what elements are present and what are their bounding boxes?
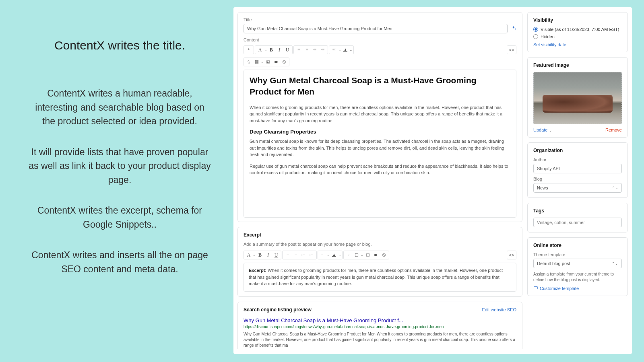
- author-input[interactable]: [533, 164, 622, 173]
- author-label: Author: [533, 157, 622, 162]
- visibility-title: Visibility: [533, 17, 622, 23]
- tags-input[interactable]: [533, 218, 622, 227]
- featured-image-preview[interactable]: [533, 72, 622, 124]
- tags-card: Tags: [527, 203, 628, 232]
- title-input[interactable]: [244, 24, 508, 33]
- excerpt-toolbar: A⌄ B I U ⌄ ⌄ ⌄: [244, 251, 516, 259]
- set-visibility-date-link[interactable]: Set visibility date: [533, 42, 622, 47]
- marketing-heading: ContentX writes the title.: [28, 36, 211, 54]
- ai-sparkle-icon[interactable]: [245, 46, 253, 54]
- clear-format-button[interactable]: [280, 58, 288, 66]
- code-view-button[interactable]: <>: [507, 45, 516, 54]
- font-family-button[interactable]: A: [245, 251, 253, 259]
- numbered-list-button[interactable]: 1: [303, 46, 311, 54]
- image-button[interactable]: [264, 58, 272, 66]
- content-paragraph: Gun metal charcoal soap is known for its…: [250, 138, 510, 158]
- content-subheading: Deep Cleansing Properties: [250, 129, 510, 135]
- marketing-copy-pane: ContentX writes the title. ContentX writ…: [0, 0, 233, 362]
- bullet-list-button[interactable]: [295, 46, 303, 54]
- svg-point-4: [267, 62, 268, 62]
- edit-seo-link[interactable]: Edit website SEO: [482, 307, 516, 312]
- numbered-list-button[interactable]: [291, 251, 299, 259]
- indent-button[interactable]: [308, 251, 316, 259]
- seo-url: https://discountsoapco.com/blogs/news/wh…: [244, 324, 516, 330]
- organization-title: Organization: [533, 148, 622, 153]
- template-label: Theme template: [533, 252, 622, 257]
- blog-select-value: News: [537, 185, 548, 190]
- online-store-card: Online store Theme template Default blog…: [527, 237, 628, 296]
- code-view-button[interactable]: <>: [507, 251, 516, 259]
- underline-button[interactable]: U: [272, 251, 280, 259]
- align-button[interactable]: [330, 46, 338, 54]
- image-button[interactable]: [364, 251, 372, 259]
- font-family-button[interactable]: A: [256, 46, 264, 54]
- main-column: Title Content A⌄ B I U 1: [237, 12, 522, 349]
- content-heading: Why Gun Metal Charcoal Soap is a Must-Ha…: [250, 75, 510, 98]
- visibility-visible-option[interactable]: Visible (as of 11/28/2023, 7:00 AM EST): [533, 27, 622, 32]
- excerpt-title: Excerpt: [244, 232, 516, 238]
- excerpt-help-text: Add a summary of the post to appear on y…: [244, 242, 516, 247]
- template-select[interactable]: Default blog post ⌃⌄: [533, 259, 622, 268]
- link-button[interactable]: [345, 251, 353, 259]
- bold-button[interactable]: B: [267, 46, 275, 54]
- visibility-card: Visibility Visible (as of 11/28/2023, 7:…: [527, 12, 628, 52]
- marketing-paragraph-2: It will provide lists that have proven p…: [28, 145, 211, 187]
- svg-rect-2: [255, 60, 258, 64]
- seo-page-title: Why Gun Metal Charcoal Soap is a Must-Ha…: [244, 317, 516, 323]
- clear-format-button[interactable]: [380, 251, 388, 259]
- chevron-updown-icon: ⌃⌄: [612, 186, 618, 190]
- remove-image-button[interactable]: Remove: [605, 128, 622, 132]
- marketing-paragraph-4: ContentX writes and inserts all the on p…: [28, 248, 211, 276]
- content-toolbar: A⌄ B I U 1 ⌄ ⌄ <>: [244, 45, 516, 54]
- underline-button[interactable]: U: [283, 46, 291, 54]
- radio-unchecked-icon: [533, 34, 538, 39]
- content-toolbar-row-2: ⌄: [244, 58, 516, 66]
- align-button[interactable]: [319, 251, 327, 259]
- svg-rect-9: [366, 254, 369, 256]
- video-button[interactable]: [272, 58, 280, 66]
- italic-button[interactable]: I: [275, 46, 283, 54]
- svg-rect-8: [355, 253, 358, 257]
- template-note: Assign a template from your current them…: [533, 272, 622, 283]
- blog-editor-panel: Title Content A⌄ B I U 1: [233, 7, 632, 354]
- title-label: Title: [244, 17, 508, 22]
- italic-button[interactable]: I: [264, 251, 272, 259]
- svg-rect-5: [275, 61, 277, 63]
- excerpt-card: Excerpt Add a summary of the post to app…: [237, 227, 522, 297]
- paint-icon: [533, 286, 538, 291]
- link-button[interactable]: [245, 58, 253, 66]
- seo-preview-card: Search engine listing preview Edit websi…: [237, 302, 522, 350]
- content-paragraph: When it comes to grooming products for m…: [250, 104, 510, 124]
- title-content-card: Title Content A⌄ B I U 1: [237, 12, 522, 222]
- svg-rect-7: [332, 256, 336, 257]
- svg-text:1: 1: [305, 48, 306, 49]
- table-button[interactable]: [353, 251, 361, 259]
- content-editor[interactable]: Why Gun Metal Charcoal Soap is a Must-Ha…: [244, 70, 516, 218]
- outdent-button[interactable]: [299, 251, 308, 259]
- excerpt-editor[interactable]: Excerpt: When it comes to grooming produ…: [244, 263, 516, 292]
- tags-title: Tags: [533, 208, 622, 214]
- outdent-button[interactable]: [311, 46, 319, 54]
- indent-button[interactable]: [319, 46, 327, 54]
- seo-description: Why Gun Metal Charcoal Soap is a Must-Ha…: [244, 331, 516, 348]
- excerpt-text: When it comes to grooming products for m…: [249, 268, 503, 286]
- bold-button[interactable]: B: [256, 251, 264, 259]
- visibility-hidden-option[interactable]: Hidden: [533, 34, 622, 39]
- ai-sparkle-icon[interactable]: [511, 25, 516, 31]
- featured-image-title: Featured image: [533, 62, 622, 68]
- visibility-hidden-label: Hidden: [541, 34, 555, 39]
- update-image-button[interactable]: Update ⌄: [533, 128, 552, 132]
- customize-template-link[interactable]: Customize template: [533, 286, 622, 291]
- video-button[interactable]: [372, 251, 380, 259]
- svg-rect-12: [534, 287, 538, 289]
- text-color-button[interactable]: [330, 251, 338, 259]
- blog-label: Blog: [533, 177, 622, 181]
- seo-title-label: Search engine listing preview: [244, 307, 312, 313]
- text-color-button[interactable]: [341, 46, 349, 54]
- bullet-list-button[interactable]: [283, 251, 291, 259]
- template-select-value: Default blog post: [537, 261, 570, 266]
- blog-select[interactable]: News ⌃⌄: [533, 183, 622, 193]
- table-button[interactable]: [253, 58, 261, 66]
- svg-rect-10: [374, 254, 377, 256]
- excerpt-prefix: Excerpt:: [249, 268, 266, 273]
